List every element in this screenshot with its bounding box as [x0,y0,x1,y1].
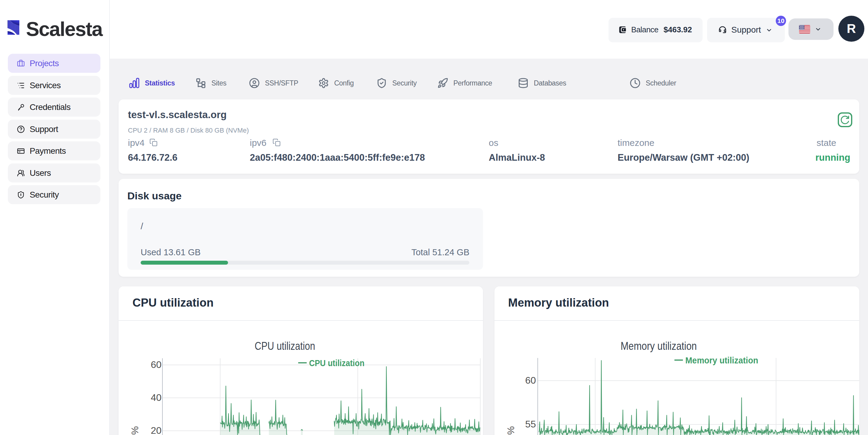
svg-text:%: % [129,426,140,435]
svg-text:CPU utilization: CPU utilization [309,358,365,368]
svg-text:20: 20 [151,425,161,435]
svg-text:60: 60 [151,359,161,370]
svg-text:CPU utilization: CPU utilization [255,340,315,352]
svg-text:55: 55 [525,419,536,430]
svg-text:%: % [505,426,516,435]
svg-text:Memory utilization: Memory utilization [685,355,758,365]
svg-text:40: 40 [151,392,161,403]
svg-text:Memory utilization: Memory utilization [621,340,697,352]
svg-text:60: 60 [525,375,536,386]
